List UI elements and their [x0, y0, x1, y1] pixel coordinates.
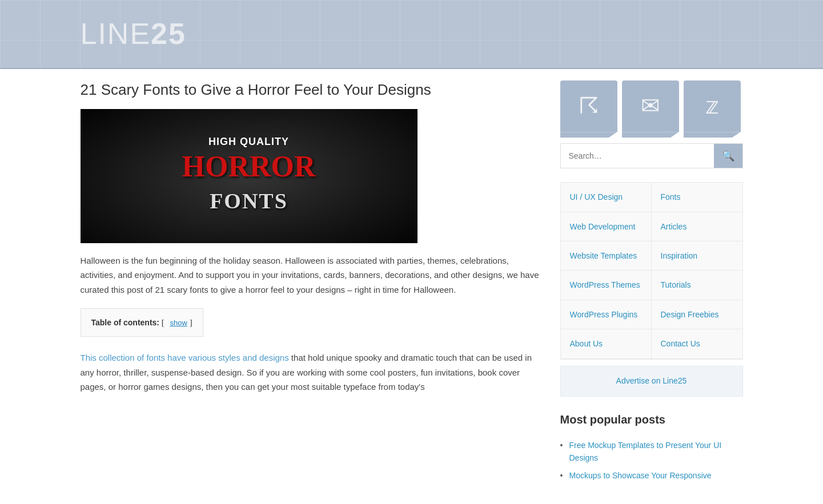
- image-line1: HIGH QUALITY: [182, 134, 316, 150]
- site-name-part2: 25: [151, 17, 186, 50]
- popular-post-link-1[interactable]: Free Mockup Templates to Present Your UI…: [569, 441, 722, 462]
- category-item-contact[interactable]: Contact Us: [652, 329, 742, 358]
- twitter-icon: 𝕫: [705, 88, 719, 124]
- search-button[interactable]: 🔍: [714, 144, 742, 168]
- toc-bracket-close: ]: [190, 318, 192, 327]
- advertise-link[interactable]: Advertise on Line25: [560, 365, 743, 397]
- category-item-fonts[interactable]: Fonts: [652, 183, 742, 212]
- image-line2: HORROR: [182, 152, 316, 182]
- twitter-icon-box[interactable]: 𝕫: [684, 80, 741, 132]
- toc-show-link[interactable]: show: [170, 318, 187, 327]
- image-line3: FONTS: [182, 184, 316, 219]
- toc-label: Table of contents:: [91, 318, 160, 327]
- popular-post-item: Mockups to Showcase Your Responsive: [560, 467, 743, 484]
- popular-post-link-2[interactable]: Mockups to Showcase Your Responsive: [569, 471, 712, 480]
- category-item-tutorials[interactable]: Tutorials: [652, 271, 742, 300]
- image-text-overlay: HIGH QUALITY HORROR FONTS: [182, 134, 316, 219]
- email-icon-box[interactable]: ✉: [622, 80, 679, 132]
- post-body-intro: Halloween is the fun beginning of the ho…: [81, 253, 543, 297]
- rss-icon-box[interactable]: ☈: [560, 80, 617, 132]
- popular-posts-list: Free Mockup Templates to Present Your UI…: [560, 437, 743, 484]
- category-item-web-dev[interactable]: Web Development: [561, 212, 652, 241]
- search-icon: 🔍: [722, 150, 734, 162]
- post-collection-link[interactable]: This collection of fonts have various st…: [81, 353, 289, 362]
- social-icons-group: ☈ ✉ 𝕫: [560, 80, 743, 132]
- table-of-contents: Table of contents: [ show ]: [81, 308, 203, 337]
- category-item-inspiration[interactable]: Inspiration: [652, 241, 742, 271]
- email-icon: ✉: [641, 88, 660, 124]
- categories-grid: UI / UX Design Fonts Web Development Art…: [560, 182, 743, 359]
- category-item-wp-themes[interactable]: WordPress Themes: [561, 271, 652, 300]
- popular-posts-title: Most popular posts: [560, 410, 743, 429]
- rss-icon: ☈: [579, 88, 599, 124]
- search-form: 🔍: [560, 143, 743, 168]
- sidebar: ☈ ✉ 𝕫 🔍 UI / UX Design Fonts Web Develop…: [560, 80, 743, 484]
- post-title: 21 Scary Fonts to Give a Horror Feel to …: [81, 80, 543, 100]
- post-body-main: This collection of fonts have various st…: [81, 350, 543, 394]
- category-item-articles[interactable]: Articles: [652, 212, 742, 241]
- toc-bracket-open: [: [162, 318, 164, 327]
- category-item-wp-plugins[interactable]: WordPress Plugins: [561, 300, 652, 329]
- main-layout: 21 Scary Fonts to Give a Horror Feel to …: [69, 69, 754, 504]
- category-item-design-freebies[interactable]: Design Freebies: [652, 300, 742, 329]
- category-item-ui-ux[interactable]: UI / UX Design: [561, 183, 652, 212]
- site-logo[interactable]: LINE25: [81, 10, 743, 58]
- search-input[interactable]: [561, 144, 714, 168]
- post-image: HIGH QUALITY HORROR FONTS: [81, 109, 417, 243]
- popular-post-item: Free Mockup Templates to Present Your UI…: [560, 437, 743, 467]
- site-name-part1: LINE: [81, 17, 151, 50]
- category-item-about[interactable]: About Us: [561, 329, 652, 358]
- site-header: LINE25: [0, 0, 823, 69]
- content-area: 21 Scary Fonts to Give a Horror Feel to …: [81, 80, 543, 406]
- category-item-website-templates[interactable]: Website Templates: [561, 241, 652, 271]
